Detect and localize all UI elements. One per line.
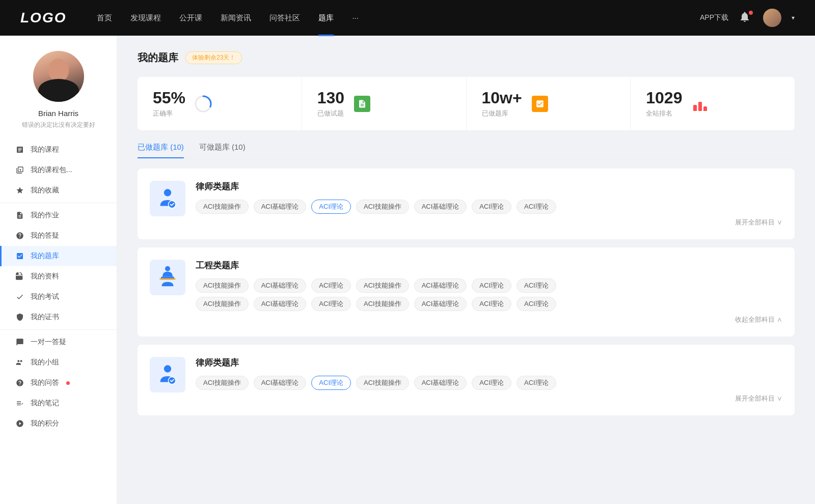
nav-home[interactable]: 首页: [97, 11, 112, 25]
page-title: 我的题库: [138, 51, 178, 65]
qbank-tags-lawyer-1: ACI技能操作 ACI基础理论 ACI理论 ACI技能操作 ACI基础理论 AC…: [196, 200, 782, 214]
tag-l2-2-active[interactable]: ACI理论: [311, 376, 351, 390]
sidebar-item-exam[interactable]: 我的考试: [0, 287, 117, 307]
tag-4[interactable]: ACI基础理论: [414, 200, 467, 214]
tab-available-banks[interactable]: 可做题库 (10): [199, 143, 246, 158]
avatar-chevron-icon[interactable]: ▾: [792, 14, 795, 21]
sidebar-item-course-pack[interactable]: 我的课程包...: [0, 160, 117, 180]
cert-icon: [15, 313, 24, 322]
qbank-card-lawyer-1: 律师类题库 ACI技能操作 ACI基础理论 ACI理论 ACI技能操作 ACI基…: [138, 169, 795, 239]
qbank-title-engineer: 工程类题库: [196, 260, 782, 271]
nav-open-course[interactable]: 公开课: [179, 11, 202, 25]
sidebar-item-my-qa[interactable]: 我的问答: [0, 373, 117, 393]
tag-l2-3[interactable]: ACI技能操作: [356, 376, 409, 390]
tag-e-3[interactable]: ACI技能操作: [356, 278, 409, 293]
green-doc-icon: [354, 96, 370, 112]
logo[interactable]: LOGO: [20, 10, 66, 26]
tag-e2-2[interactable]: ACI理论: [311, 297, 351, 311]
tag-e-2[interactable]: ACI理论: [311, 278, 351, 293]
sidebar-item-favorites[interactable]: 我的收藏: [0, 180, 117, 201]
sidebar-item-label: 我的考试: [31, 292, 59, 301]
trial-badge: 体验剩余23天！: [185, 51, 242, 64]
sidebar-item-label: 我的课程包...: [31, 165, 72, 175]
done-banks-icon: [530, 94, 550, 114]
main-content: 我的题库 体验剩余23天！ 55% 正确率 130: [117, 36, 815, 504]
tag-l2-4[interactable]: ACI基础理论: [414, 376, 467, 390]
tag-e-1[interactable]: ACI基础理论: [254, 278, 307, 293]
sidebar: Brian Harris 错误的决定比没有决定要好 我的课程 我的课程包... …: [0, 36, 117, 504]
nav-qbank[interactable]: 题库: [318, 11, 334, 25]
tab-done-banks[interactable]: 已做题库 (10): [138, 143, 184, 158]
tag-e2-5[interactable]: ACI理论: [472, 297, 511, 311]
sidebar-item-one-on-one[interactable]: 一对一答疑: [0, 332, 117, 352]
tabs-row: 已做题库 (10) 可做题库 (10): [138, 143, 795, 158]
user-avatar[interactable]: [763, 9, 781, 27]
sidebar-item-notes[interactable]: 我的笔记: [0, 393, 117, 413]
tag-l2-0[interactable]: ACI技能操作: [196, 376, 249, 390]
sidebar-item-label: 我的作业: [31, 211, 59, 220]
tag-l2-1[interactable]: ACI基础理论: [254, 376, 307, 390]
qbank-card-engineer: 工程类题库 ACI技能操作 ACI基础理论 ACI理论 ACI技能操作 ACI基…: [138, 247, 795, 337]
tag-e-6[interactable]: ACI理论: [517, 278, 556, 293]
tag-6[interactable]: ACI理论: [517, 200, 556, 214]
page-layout: Brian Harris 错误的决定比没有决定要好 我的课程 我的课程包... …: [0, 36, 815, 504]
tag-e-4[interactable]: ACI基础理论: [414, 278, 467, 293]
tag-e-5[interactable]: ACI理论: [472, 278, 511, 293]
qa-icon: [15, 378, 24, 387]
tag-e2-1[interactable]: ACI基础理论: [254, 297, 307, 311]
sidebar-divider-2: [0, 329, 117, 330]
tag-l2-5[interactable]: ACI理论: [472, 376, 511, 390]
sidebar-item-qbank[interactable]: 我的题库: [0, 246, 117, 266]
course-icon: [15, 145, 24, 154]
nav-more[interactable]: ···: [352, 11, 359, 25]
nav-qa[interactable]: 问答社区: [269, 11, 300, 25]
stat-done-questions-label: 已做试题: [317, 109, 344, 118]
qbank-tags-lawyer-2: ACI技能操作 ACI基础理论 ACI理论 ACI技能操作 ACI基础理论 AC…: [196, 376, 782, 390]
nav-news[interactable]: 新闻资讯: [221, 11, 251, 25]
notification-bell[interactable]: [739, 11, 753, 25]
sidebar-item-label: 我的小组: [31, 358, 59, 367]
tag-2-active[interactable]: ACI理论: [311, 200, 351, 214]
sidebar-item-materials[interactable]: 我的资料: [0, 266, 117, 287]
sidebar-item-label: 我的收藏: [31, 186, 59, 195]
app-download-button[interactable]: APP下载: [700, 13, 728, 22]
qbank-title-lawyer-2: 律师类题库: [196, 357, 782, 369]
homework-icon: [15, 211, 24, 220]
done-questions-icon: [352, 94, 372, 114]
nav-discover[interactable]: 发现课程: [130, 11, 161, 25]
header: LOGO 首页 发现课程 公开课 新闻资讯 问答社区 题库 ··· APP下载 …: [0, 0, 815, 36]
sidebar-item-label: 我的资料: [31, 272, 59, 281]
orange-doc-icon: [532, 96, 548, 112]
tag-e2-0[interactable]: ACI技能操作: [196, 297, 249, 311]
sidebar-item-homework[interactable]: 我的作业: [0, 205, 117, 226]
sidebar-item-label: 我的问答: [31, 378, 59, 387]
qbank-expand-lawyer-1[interactable]: 展开全部科目 ∨: [196, 218, 782, 227]
sidebar-divider: [0, 203, 117, 203]
qbank-expand-engineer[interactable]: 收起全部科目 ∧: [196, 315, 782, 324]
sidebar-avatar: [33, 51, 84, 102]
qbank-lawyer-2-icon: [150, 357, 185, 393]
tag-e-0[interactable]: ACI技能操作: [196, 278, 249, 293]
bar-chart-icon: [692, 96, 708, 112]
sidebar-item-label: 我的题库: [31, 251, 59, 261]
tag-3[interactable]: ACI技能操作: [356, 200, 409, 214]
tag-l2-6[interactable]: ACI理论: [517, 376, 556, 390]
tag-e2-6[interactable]: ACI理论: [517, 297, 556, 311]
tag-1[interactable]: ACI基础理论: [254, 200, 307, 214]
sidebar-item-points[interactable]: 我的积分: [0, 413, 117, 434]
qbank-expand-lawyer-2[interactable]: 展开全部科目 ∨: [196, 394, 782, 403]
main-nav: 首页 发现课程 公开课 新闻资讯 问答社区 题库 ···: [97, 11, 700, 25]
sidebar-item-qa[interactable]: 我的答疑: [0, 226, 117, 246]
stat-done-banks: 10w+ 已做题库: [467, 77, 631, 130]
sidebar-item-label: 我的课程: [31, 145, 59, 154]
tag-e2-3[interactable]: ACI技能操作: [356, 297, 409, 311]
qbank-tags-engineer-row2: ACI技能操作 ACI基础理论 ACI理论 ACI技能操作 ACI基础理论 AC…: [196, 297, 782, 311]
sidebar-item-certificate[interactable]: 我的证书: [0, 307, 117, 327]
sidebar-item-course[interactable]: 我的课程: [0, 139, 117, 160]
exam-icon: [15, 292, 24, 301]
sidebar-item-label: 我的证书: [31, 313, 59, 322]
tag-0[interactable]: ACI技能操作: [196, 200, 249, 214]
tag-e2-4[interactable]: ACI基础理论: [414, 297, 467, 311]
sidebar-item-group[interactable]: 我的小组: [0, 352, 117, 373]
tag-5[interactable]: ACI理论: [472, 200, 511, 214]
